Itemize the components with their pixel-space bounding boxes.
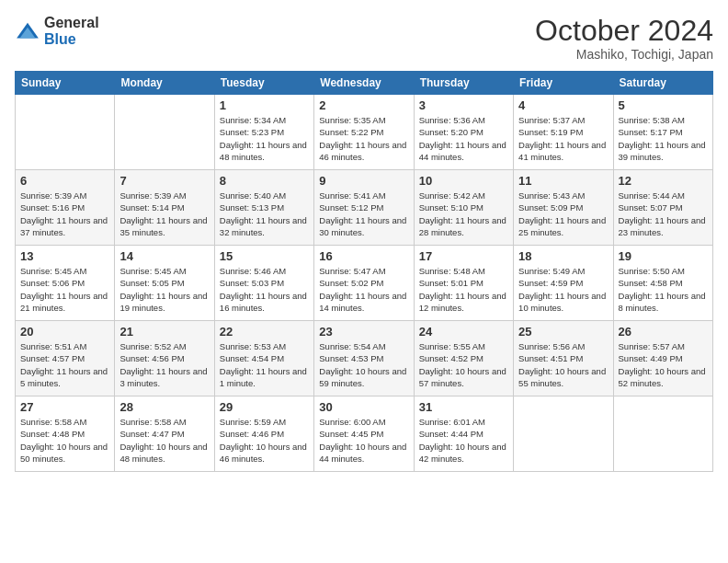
week-row-3: 13Sunrise: 5:45 AMSunset: 5:06 PMDayligh… xyxy=(16,246,713,321)
calendar-cell: 17Sunrise: 5:48 AMSunset: 5:01 PMDayligh… xyxy=(414,246,513,321)
location: Mashiko, Tochigi, Japan xyxy=(535,47,713,62)
day-number: 26 xyxy=(619,325,708,339)
calendar-cell: 15Sunrise: 5:46 AMSunset: 5:03 PMDayligh… xyxy=(214,246,313,321)
day-info: Sunrise: 5:51 AMSunset: 4:57 PMDaylight:… xyxy=(20,340,109,389)
calendar-cell: 21Sunrise: 5:52 AMSunset: 4:56 PMDayligh… xyxy=(115,321,214,396)
day-number: 7 xyxy=(119,174,209,188)
weekday-header-wednesday: Wednesday xyxy=(314,72,414,95)
day-number: 23 xyxy=(319,325,408,339)
calendar-cell: 7Sunrise: 5:39 AMSunset: 5:14 PMDaylight… xyxy=(115,170,214,246)
calendar-cell: 29Sunrise: 5:59 AMSunset: 4:46 PMDayligh… xyxy=(214,396,313,472)
calendar-cell: 25Sunrise: 5:56 AMSunset: 4:51 PMDayligh… xyxy=(514,321,613,396)
logo-general: General xyxy=(44,15,99,30)
calendar-cell xyxy=(16,95,115,170)
calendar-cell: 16Sunrise: 5:47 AMSunset: 5:02 PMDayligh… xyxy=(314,246,414,321)
day-info: Sunrise: 5:49 AMSunset: 4:59 PMDaylight:… xyxy=(518,265,608,314)
day-info: Sunrise: 5:43 AMSunset: 5:09 PMDaylight:… xyxy=(518,190,608,238)
logo-icon xyxy=(15,21,40,41)
day-number: 4 xyxy=(518,98,608,112)
day-info: Sunrise: 5:34 AMSunset: 5:23 PMDaylight:… xyxy=(220,114,309,163)
day-number: 29 xyxy=(220,400,309,414)
calendar: SundayMondayTuesdayWednesdayThursdayFrid… xyxy=(15,71,713,472)
day-info: Sunrise: 5:35 AMSunset: 5:22 PMDaylight:… xyxy=(319,114,408,163)
day-info: Sunrise: 5:39 AMSunset: 5:14 PMDaylight:… xyxy=(119,190,209,238)
calendar-cell: 22Sunrise: 5:53 AMSunset: 4:54 PMDayligh… xyxy=(214,321,313,396)
day-number: 24 xyxy=(419,325,508,339)
calendar-cell: 31Sunrise: 6:01 AMSunset: 4:44 PMDayligh… xyxy=(414,396,513,472)
day-info: Sunrise: 5:55 AMSunset: 4:52 PMDaylight:… xyxy=(419,340,508,389)
day-info: Sunrise: 5:57 AMSunset: 4:49 PMDaylight:… xyxy=(619,340,708,389)
day-info: Sunrise: 5:58 AMSunset: 4:48 PMDaylight:… xyxy=(20,416,109,465)
calendar-cell: 30Sunrise: 6:00 AMSunset: 4:45 PMDayligh… xyxy=(314,396,414,472)
calendar-cell xyxy=(115,95,214,170)
week-row-5: 27Sunrise: 5:58 AMSunset: 4:48 PMDayligh… xyxy=(16,396,713,472)
day-number: 30 xyxy=(319,400,408,414)
day-info: Sunrise: 5:48 AMSunset: 5:01 PMDaylight:… xyxy=(419,265,508,314)
day-number: 17 xyxy=(419,249,508,263)
day-info: Sunrise: 6:01 AMSunset: 4:44 PMDaylight:… xyxy=(419,416,508,465)
weekday-header-tuesday: Tuesday xyxy=(214,72,313,95)
day-number: 11 xyxy=(518,174,608,188)
calendar-cell: 24Sunrise: 5:55 AMSunset: 4:52 PMDayligh… xyxy=(414,321,513,396)
logo: General Blue xyxy=(15,15,99,48)
calendar-cell: 23Sunrise: 5:54 AMSunset: 4:53 PMDayligh… xyxy=(314,321,414,396)
calendar-cell: 12Sunrise: 5:44 AMSunset: 5:07 PMDayligh… xyxy=(613,170,712,246)
calendar-cell: 8Sunrise: 5:40 AMSunset: 5:13 PMDaylight… xyxy=(214,170,313,246)
page-container: General Blue October 2024 Mashiko, Tochi… xyxy=(0,0,728,481)
day-info: Sunrise: 5:45 AMSunset: 5:05 PMDaylight:… xyxy=(119,265,209,314)
day-number: 31 xyxy=(419,400,508,414)
day-info: Sunrise: 5:40 AMSunset: 5:13 PMDaylight:… xyxy=(220,190,309,238)
calendar-cell xyxy=(514,396,613,472)
calendar-cell: 27Sunrise: 5:58 AMSunset: 4:48 PMDayligh… xyxy=(16,396,115,472)
day-info: Sunrise: 5:52 AMSunset: 4:56 PMDaylight:… xyxy=(119,340,209,389)
day-info: Sunrise: 5:37 AMSunset: 5:19 PMDaylight:… xyxy=(518,114,608,163)
day-info: Sunrise: 5:44 AMSunset: 5:07 PMDaylight:… xyxy=(619,190,708,238)
day-number: 3 xyxy=(419,98,508,112)
calendar-cell: 26Sunrise: 5:57 AMSunset: 4:49 PMDayligh… xyxy=(613,321,712,396)
week-row-2: 6Sunrise: 5:39 AMSunset: 5:16 PMDaylight… xyxy=(16,170,713,246)
day-info: Sunrise: 5:46 AMSunset: 5:03 PMDaylight:… xyxy=(220,265,309,314)
day-info: Sunrise: 5:56 AMSunset: 4:51 PMDaylight:… xyxy=(518,340,608,389)
day-number: 19 xyxy=(619,249,708,263)
day-number: 9 xyxy=(319,174,408,188)
calendar-cell: 1Sunrise: 5:34 AMSunset: 5:23 PMDaylight… xyxy=(214,95,313,170)
header: General Blue October 2024 Mashiko, Tochi… xyxy=(15,15,713,62)
day-number: 10 xyxy=(419,174,508,188)
logo-blue: Blue xyxy=(44,31,76,47)
weekday-header-friday: Friday xyxy=(514,72,613,95)
week-row-1: 1Sunrise: 5:34 AMSunset: 5:23 PMDaylight… xyxy=(16,95,713,170)
calendar-cell: 3Sunrise: 5:36 AMSunset: 5:20 PMDaylight… xyxy=(414,95,513,170)
day-info: Sunrise: 5:39 AMSunset: 5:16 PMDaylight:… xyxy=(20,190,109,238)
day-number: 15 xyxy=(220,249,309,263)
day-number: 12 xyxy=(619,174,708,188)
day-number: 27 xyxy=(20,400,109,414)
day-number: 28 xyxy=(119,400,209,414)
day-info: Sunrise: 5:53 AMSunset: 4:54 PMDaylight:… xyxy=(220,340,309,389)
calendar-cell: 20Sunrise: 5:51 AMSunset: 4:57 PMDayligh… xyxy=(16,321,115,396)
calendar-cell: 11Sunrise: 5:43 AMSunset: 5:09 PMDayligh… xyxy=(514,170,613,246)
calendar-cell: 10Sunrise: 5:42 AMSunset: 5:10 PMDayligh… xyxy=(414,170,513,246)
day-info: Sunrise: 6:00 AMSunset: 4:45 PMDaylight:… xyxy=(319,416,408,465)
day-number: 1 xyxy=(220,98,309,112)
weekday-header-saturday: Saturday xyxy=(613,72,712,95)
day-number: 14 xyxy=(119,249,209,263)
weekday-header-sunday: Sunday xyxy=(16,72,115,95)
day-info: Sunrise: 5:41 AMSunset: 5:12 PMDaylight:… xyxy=(319,190,408,238)
weekday-header-monday: Monday xyxy=(115,72,214,95)
day-info: Sunrise: 5:42 AMSunset: 5:10 PMDaylight:… xyxy=(419,190,508,238)
day-number: 21 xyxy=(119,325,209,339)
logo-text: General Blue xyxy=(44,15,99,48)
calendar-cell: 6Sunrise: 5:39 AMSunset: 5:16 PMDaylight… xyxy=(16,170,115,246)
calendar-cell: 28Sunrise: 5:58 AMSunset: 4:47 PMDayligh… xyxy=(115,396,214,472)
day-number: 25 xyxy=(518,325,608,339)
day-info: Sunrise: 5:38 AMSunset: 5:17 PMDaylight:… xyxy=(619,114,708,163)
day-info: Sunrise: 5:54 AMSunset: 4:53 PMDaylight:… xyxy=(319,340,408,389)
day-number: 5 xyxy=(619,98,708,112)
calendar-cell: 18Sunrise: 5:49 AMSunset: 4:59 PMDayligh… xyxy=(514,246,613,321)
day-info: Sunrise: 5:47 AMSunset: 5:02 PMDaylight:… xyxy=(319,265,408,314)
month-title: October 2024 xyxy=(535,15,713,47)
calendar-cell: 4Sunrise: 5:37 AMSunset: 5:19 PMDaylight… xyxy=(514,95,613,170)
day-number: 2 xyxy=(319,98,408,112)
title-block: October 2024 Mashiko, Tochigi, Japan xyxy=(535,15,713,62)
day-number: 22 xyxy=(220,325,309,339)
